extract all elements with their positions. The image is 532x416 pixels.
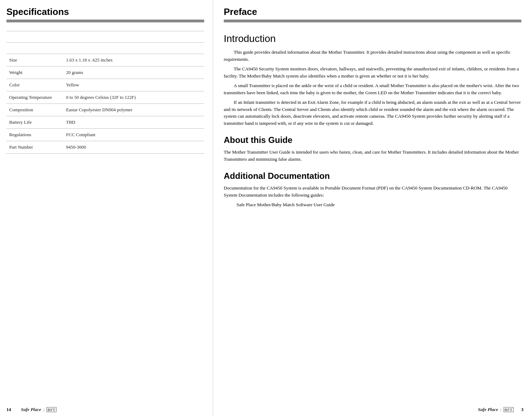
right-logo-divider: | [500,407,501,412]
specs-table: Size1.63 x 1.18 x .625 inchesWeight20 gr… [6,31,204,154]
spec-value: Yellow [63,79,204,91]
additional-heading: Additional Documentation [224,171,521,181]
right-panel: Preface Introduction This guide provides… [213,0,532,416]
table-row: CompositionEastar Copolyester DN004 poly… [6,104,204,116]
left-panel: Specifications Size1.63 x 1.18 x .625 in… [0,0,213,416]
spec-label: Color [6,79,63,91]
intro-paragraph-1: The CA9450 Security System monitors door… [224,65,521,79]
spec-value: 20 grams [63,66,204,79]
table-row: Battery LifeTBD [6,116,204,129]
spec-value: 9450-3000 [63,141,204,154]
table-row: Operating Temperature0 to 50 degrees Cel… [6,91,204,104]
left-logo-text: Safe Place [21,407,41,412]
table-row: Part Number9450-3000 [6,141,204,154]
spec-value: 1.63 x 1.18 x .625 inches [63,54,204,66]
table-row: RegulationsFCC Compliant [6,129,204,141]
table-row [6,31,204,43]
spec-label: Composition [6,104,63,116]
spec-value: FCC Compliant [63,129,204,141]
intro-paragraph-3: If an Infant transmitter is detected in … [224,99,521,127]
intro-heading: Introduction [224,33,521,44]
spec-label: Battery Life [6,116,63,129]
spec-label: Part Number [6,141,63,154]
left-page-number: 14 [6,407,11,412]
right-logo-text: Safe Place [478,407,498,412]
left-title: Specifications [6,6,204,17]
table-row [6,43,204,54]
additional-paragraph: Documentation for the CA9450 System is a… [224,185,521,198]
about-paragraph: The Mother Transmitter User Guide is int… [224,149,521,162]
left-logo-sub: RFT [47,407,56,412]
right-page-number: 3 [521,407,524,412]
spec-label: Operating Temperature [6,91,63,104]
left-logo-divider: | [43,407,44,412]
intro-paragraph-2: A small Transmitter is placed on the ank… [224,82,521,96]
right-divider [224,20,521,22]
spec-value: 0 to 50 degrees Celsius (32F to 122F) [63,91,204,104]
right-title: Preface [224,6,521,17]
spec-value: TBD [63,116,204,129]
table-row: Size1.63 x 1.18 x .625 inches [6,54,204,66]
spec-value: Eastar Copolyester DN004 polymer [63,104,204,116]
intro-paragraph-0: This guide provides detailed information… [224,49,521,63]
additional-bullet: Safe Place Mother/Baby Match Software Us… [237,201,521,208]
table-row: ColorYellow [6,79,204,91]
spec-label: Weight [6,66,63,79]
table-row: Weight20 grams [6,66,204,79]
about-heading: About this Guide [224,135,521,145]
spec-label: Size [6,54,63,66]
spec-label: Regulations [6,129,63,141]
right-logo-sub: RFT [504,407,514,412]
left-divider [6,20,204,22]
